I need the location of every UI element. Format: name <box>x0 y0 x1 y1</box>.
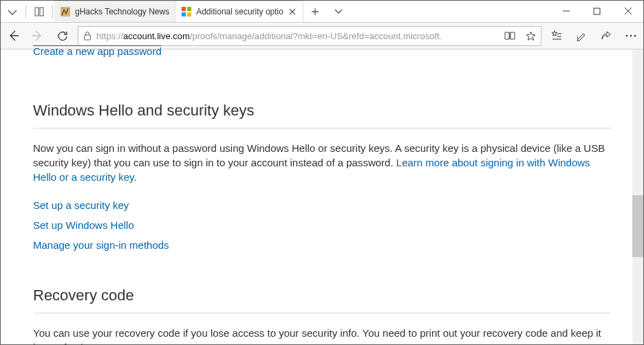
svg-rect-8 <box>85 35 91 40</box>
favorite-button[interactable] <box>520 31 541 41</box>
lock-icon <box>78 31 96 41</box>
toolbar-right <box>544 23 643 49</box>
divider <box>52 5 53 19</box>
svg-rect-7 <box>594 8 600 14</box>
url-box[interactable]: https://account.live.com/proofs/manage/a… <box>78 26 541 46</box>
scrollbar-thumb[interactable] <box>632 195 643 257</box>
back-button[interactable] <box>1 23 25 49</box>
divider <box>25 5 26 19</box>
minimize-button[interactable] <box>550 1 581 21</box>
url-text: https://account.live.com/proofs/manage/a… <box>96 31 500 41</box>
svg-rect-0 <box>35 8 39 16</box>
manage-signin-methods-link[interactable]: Manage your sign-in methods <box>33 239 169 251</box>
settings-more-button[interactable] <box>619 23 643 49</box>
link-list: Set up a security key Set up Windows Hel… <box>33 199 611 251</box>
svg-rect-5 <box>182 12 186 16</box>
notes-button[interactable] <box>569 23 594 49</box>
tab-ghacks[interactable]: gHacks Technology News <box>54 1 175 22</box>
create-app-password-link[interactable]: Create a new app password <box>33 45 162 56</box>
favorites-list-button[interactable] <box>544 23 569 49</box>
window-controls <box>550 1 643 22</box>
page-viewport: Create a new app password Windows Hello … <box>1 49 643 344</box>
body-text: . <box>133 171 136 183</box>
new-tab-button[interactable] <box>303 1 327 22</box>
setup-security-key-link[interactable]: Set up a security key <box>33 199 129 211</box>
divider <box>33 313 611 313</box>
svg-rect-1 <box>40 8 43 16</box>
section-body-recovery: You can use your recovery code if you lo… <box>33 326 611 345</box>
title-bar: gHacks Technology News Additional securi… <box>1 1 643 22</box>
tab-overflow-button[interactable] <box>327 1 350 22</box>
close-window-button[interactable] <box>612 1 643 21</box>
section-heading-recovery: Recovery code <box>33 287 611 304</box>
tab-close-button[interactable] <box>288 7 297 16</box>
url-protocol: https:// <box>96 31 123 41</box>
set-aside-tabs-button[interactable] <box>28 1 51 22</box>
section-heading-hello: Windows Hello and security keys <box>33 102 611 120</box>
tab-label: gHacks Technology News <box>75 7 169 16</box>
tab-strip: gHacks Technology News Additional securi… <box>54 1 550 22</box>
svg-point-11 <box>634 35 636 37</box>
tab-label: Additional security optio <box>196 7 283 16</box>
maximize-button[interactable] <box>581 1 612 21</box>
tabs-preview-button[interactable] <box>1 1 24 22</box>
page-content: Create a new app password Windows Hello … <box>1 49 643 345</box>
setup-windows-hello-link[interactable]: Set up Windows Hello <box>33 219 134 231</box>
body-text: You can use your recovery code if you lo… <box>33 327 601 345</box>
svg-point-9 <box>626 35 628 37</box>
tab-additional-security[interactable]: Additional security optio <box>175 1 303 22</box>
svg-point-10 <box>630 35 632 37</box>
svg-rect-3 <box>182 7 186 11</box>
divider <box>33 128 611 129</box>
reading-view-button[interactable] <box>500 31 520 41</box>
url-host: account.live.com <box>123 31 190 41</box>
share-button[interactable] <box>594 23 619 49</box>
svg-rect-4 <box>187 7 191 11</box>
section-body-hello: Now you can sign in without a password u… <box>33 141 611 184</box>
url-path: /proofs/manage/additional?mkt=en-US&refd… <box>190 31 442 41</box>
favicon-icon <box>60 6 71 17</box>
tab-actions <box>1 1 54 22</box>
favicon-icon <box>181 6 192 17</box>
svg-rect-6 <box>187 12 191 16</box>
